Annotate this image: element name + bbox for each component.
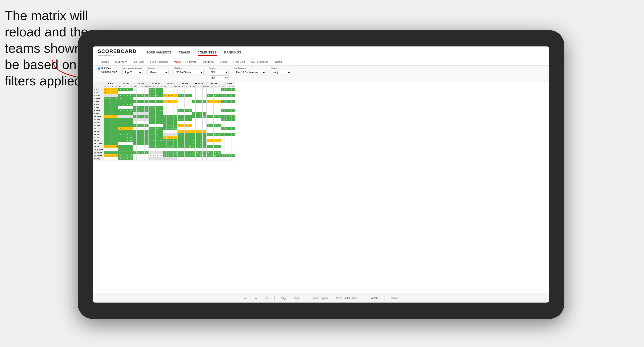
full-view-radio[interactable]: [98, 67, 100, 70]
save-custom-button[interactable]: Save Custom View: [335, 296, 359, 300]
matrix-cell: [192, 136, 196, 139]
matrix-cell: [178, 151, 181, 154]
matrix-cell: [111, 109, 114, 112]
matrix-cell: [224, 157, 228, 160]
matrix-cell: [159, 97, 163, 100]
sub-nav-h2h-grid2[interactable]: H2H Grid: [230, 59, 248, 65]
team-select[interactable]: (All): [271, 70, 291, 75]
division-select[interactable]: NCAA Division I NCAA Division II: [174, 70, 204, 75]
matrix-cell: [221, 103, 224, 106]
matrix-cell: [145, 97, 149, 100]
matrix-cell: 1: [104, 145, 107, 148]
sub-nav-detail[interactable]: Detail: [217, 59, 230, 65]
matrix-cell: [213, 148, 217, 151]
matrix-cell: [145, 145, 149, 148]
matrix-cell: [192, 148, 196, 151]
row-label: 21. ETSU: [93, 148, 104, 151]
matrix-cell: [231, 121, 235, 124]
matrix-cell: 5: [133, 94, 136, 97]
matrix-cell: 3: [221, 94, 224, 97]
zoom-in-button[interactable]: 🔍+: [292, 296, 301, 301]
matrix-cell: 0: [140, 115, 144, 118]
matrix-cell: 0: [125, 154, 129, 157]
watch-button[interactable]: Watch: [369, 296, 379, 300]
undo-button[interactable]: ↩: [243, 296, 248, 301]
matrix-cell: 1: [122, 109, 125, 112]
matrix-cell: [188, 148, 192, 151]
matrix-cell: [118, 106, 122, 109]
sub-nav-matrix2[interactable]: Matrix: [271, 59, 285, 65]
sub-nav-h2h-grid[interactable]: H2H Grid: [130, 59, 147, 65]
matrix-cell: [228, 106, 231, 109]
max-teams-label: Max teams in view: [122, 67, 142, 70]
matrix-cell: [133, 142, 136, 145]
matrix-cell: [170, 130, 174, 133]
matrix-cell: 0: [224, 94, 228, 97]
matrix-cell: [149, 142, 152, 145]
matrix-cell: [140, 130, 144, 133]
matrix-cell: [217, 118, 221, 121]
matrix-cell: [152, 118, 156, 121]
matrix-cell: [136, 157, 140, 160]
sub-nav-summary2[interactable]: Summary: [200, 59, 217, 65]
view-original-button[interactable]: View: Original: [311, 296, 330, 300]
nav-teams[interactable]: TEAMS: [179, 50, 190, 56]
matrix-cell: [228, 130, 231, 133]
region-select-2[interactable]: N/A: [209, 75, 229, 80]
matrix-area[interactable]: 3. ASU 10. UW 11. UA 22. UCB 24. UO 27. …: [93, 82, 549, 294]
matrix-cell: 22: [129, 127, 133, 130]
matrix-cell: [185, 100, 188, 103]
matrix-cell: [136, 118, 140, 121]
matrix-cell: [111, 139, 114, 142]
max-teams-select[interactable]: Top 25 Top 50: [122, 70, 142, 75]
matrix-cell: 0: [149, 127, 152, 130]
matrix-cell: 2: [149, 91, 152, 94]
sub-nav-summary[interactable]: Summary: [112, 59, 130, 65]
matrix-cell: [163, 109, 167, 112]
nav-committee[interactable]: COMMITTEE: [198, 50, 217, 56]
full-view-option[interactable]: Full View: [98, 67, 117, 70]
conference-select[interactable]: Pac-12 Conference (All): [234, 70, 266, 75]
matrix-cell: [206, 130, 210, 133]
matrix-cell: [125, 112, 129, 115]
matrix-cell: [231, 145, 235, 148]
matrix-cell: [136, 97, 140, 100]
gender-select[interactable]: Men's Women's: [147, 70, 169, 75]
compact-view-option[interactable]: Compact View: [98, 71, 117, 73]
matrix-cell: [145, 88, 149, 91]
matrix-cell: [231, 100, 235, 103]
matrix-cell: [196, 88, 199, 91]
matrix-cell: [167, 157, 170, 160]
matrix-cell: [145, 109, 149, 112]
table-row: 14. TTU2112202301202630: [93, 127, 235, 130]
matrix-cell: 1: [104, 97, 107, 100]
matrix-cell: 0: [136, 94, 140, 97]
matrix-cell: [206, 136, 210, 139]
sub-nav-players[interactable]: Players: [184, 59, 200, 65]
matrix-cell: [104, 151, 107, 154]
matrix-cell: 13: [203, 139, 207, 142]
nav-tournaments[interactable]: TOURNAMENTS: [146, 50, 171, 56]
matrix-cell: [170, 109, 174, 112]
sub-nav-h2h-heatmap[interactable]: H2H Heatmap: [147, 59, 171, 65]
redo-button[interactable]: ↪: [253, 296, 259, 301]
matrix-cell: [231, 157, 235, 160]
matrix-cell: 0: [163, 139, 167, 142]
sub-nav-matrix[interactable]: Matrix: [171, 59, 184, 65]
compact-view-radio[interactable]: [98, 71, 100, 73]
matrix-cell: 0: [185, 145, 188, 148]
ucb-dif: Dif: [159, 85, 163, 88]
refresh-button[interactable]: ↻: [264, 296, 269, 301]
matrix-cell: 3: [196, 151, 199, 154]
nav-rankings[interactable]: RANKINGS: [224, 50, 241, 56]
region-select-1[interactable]: N/A: [209, 70, 229, 75]
zoom-out-button[interactable]: 🔍-: [280, 296, 287, 301]
matrix-cell: [104, 124, 107, 127]
sub-nav-h2h-heatmap2[interactable]: H2H Heatmap: [248, 59, 272, 65]
sub-nav-teams[interactable]: Teams: [98, 59, 112, 65]
uo-t: T: [170, 85, 174, 88]
share-button[interactable]: Share: [389, 296, 399, 300]
matrix-cell: [152, 124, 156, 127]
table-row: 18. U10011100110100101310: [93, 139, 235, 142]
matrix-cell: [149, 118, 152, 121]
